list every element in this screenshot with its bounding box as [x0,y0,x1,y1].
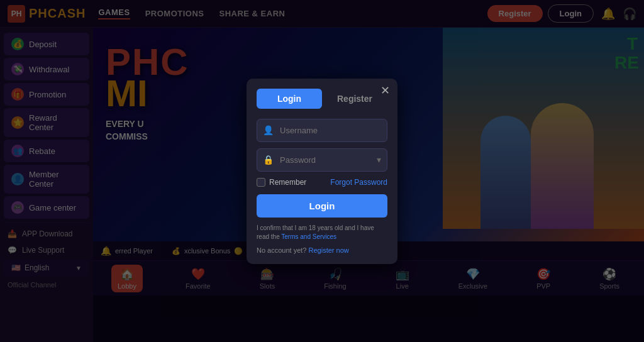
tab-login[interactable]: Login [257,89,322,109]
login-button[interactable]: Login [257,194,387,218]
password-group: 🔒 ▾ [257,148,387,172]
modal-overlay: ✕ Login Register 👤 🔒 ▾ Remember Forgot P… [0,0,644,342]
username-input[interactable] [257,119,387,142]
tab-register[interactable]: Register [322,89,387,109]
remember-checkbox[interactable] [257,178,265,187]
login-modal: ✕ Login Register 👤 🔒 ▾ Remember Forgot P… [247,79,397,264]
modal-register-row: No account yet? Register now [257,246,387,254]
remember-left: Remember [257,178,306,187]
remember-row: Remember Forgot Password [257,178,387,187]
close-icon[interactable]: ✕ [380,85,390,96]
forgot-password-link[interactable]: Forgot Password [330,178,387,187]
password-input[interactable] [257,148,387,172]
remember-label: Remember [269,178,306,187]
user-icon: 👤 [263,125,274,135]
no-account-text: No account yet? [257,246,307,254]
modal-tabs: Login Register [257,89,387,109]
chevron-down-icon[interactable]: ▾ [377,155,381,165]
terms-link[interactable]: Terms and Services [281,233,336,240]
username-group: 👤 [257,119,387,142]
modal-terms: I confirm that I am 18 years old and I h… [257,224,387,241]
register-now-link[interactable]: Register now [309,246,349,254]
lock-icon: 🔒 [263,155,274,165]
